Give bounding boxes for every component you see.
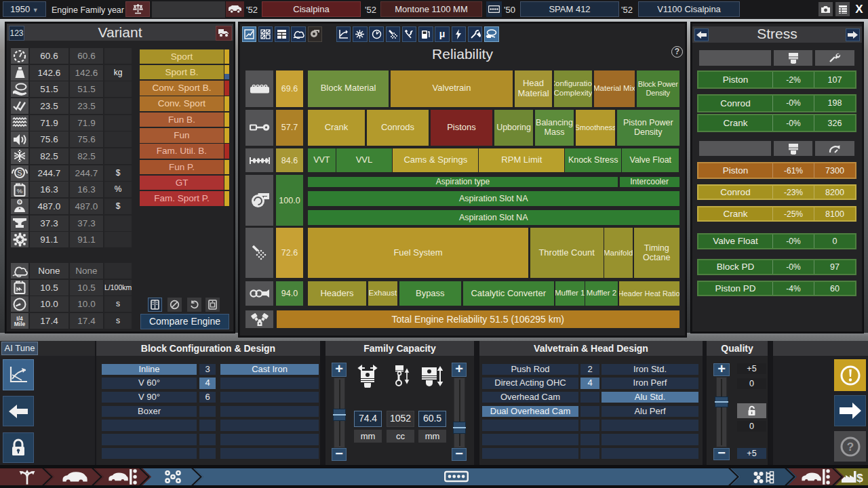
svg-text:$: $ xyxy=(856,472,863,484)
svg-text:%: % xyxy=(17,187,23,195)
svg-text:S: S xyxy=(17,169,22,177)
svg-text:S: S xyxy=(18,201,21,205)
svg-text:?: ? xyxy=(846,441,853,453)
